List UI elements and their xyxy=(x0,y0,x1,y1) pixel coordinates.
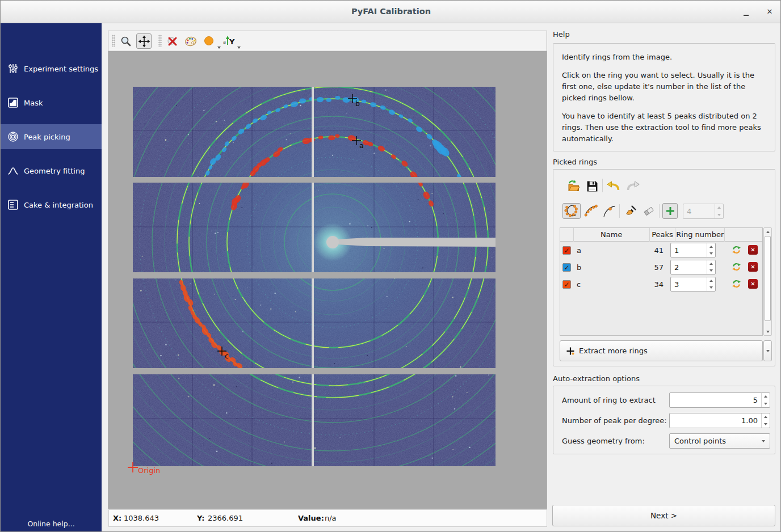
toolbar-drag-handle[interactable] xyxy=(158,35,162,47)
spin-up-button[interactable] xyxy=(707,260,715,267)
pan-tool-button[interactable] xyxy=(136,33,152,49)
header-peaks[interactable]: Peaks xyxy=(650,228,676,242)
marker-color-button[interactable] xyxy=(201,33,217,49)
scroll-up-icon[interactable] xyxy=(764,228,771,235)
point-select-icon xyxy=(602,204,616,218)
pick-point-tool-button[interactable] xyxy=(601,203,617,219)
help-box: Identify rings from the image. Click on … xyxy=(553,43,775,151)
scroll-down-icon[interactable] xyxy=(764,328,771,335)
header-name[interactable]: Name xyxy=(574,228,650,242)
spin-down-button[interactable] xyxy=(762,400,770,408)
svg-text:a: a xyxy=(223,40,226,45)
open-rings-button[interactable] xyxy=(566,178,582,194)
peak-per-degree-spinbox[interactable]: 1.00 xyxy=(669,413,770,428)
next-button[interactable]: Next > xyxy=(552,505,775,526)
sidebar-item-experiment-settings[interactable]: Experiment settings xyxy=(1,56,102,81)
svg-text:b: b xyxy=(355,99,360,108)
sidebar-item-label: Peak picking xyxy=(24,133,70,141)
svg-text:Y: Y xyxy=(229,37,235,46)
sidebar-item-peak-picking[interactable]: Peak picking xyxy=(1,124,102,149)
ring-color-checkbox[interactable] xyxy=(562,263,571,272)
table-scrollbar[interactable] xyxy=(763,227,772,336)
sidebar-item-label: Experiment settings xyxy=(24,65,98,73)
redo-button[interactable] xyxy=(625,178,641,194)
sidebar-item-cake-integration[interactable]: Cake & integration xyxy=(1,192,102,217)
plus-icon xyxy=(665,206,675,216)
guess-geometry-combobox[interactable]: Control points xyxy=(669,433,770,449)
spin-up-button[interactable] xyxy=(762,393,770,400)
spin-down-button[interactable] xyxy=(707,250,715,257)
ring-color-checkbox[interactable] xyxy=(562,246,571,255)
minimize-button[interactable] xyxy=(738,5,753,19)
refresh-ring-button[interactable] xyxy=(732,262,741,272)
undo-button[interactable] xyxy=(606,178,622,194)
add-ring-button[interactable] xyxy=(662,203,678,219)
spin-up-button[interactable] xyxy=(707,243,715,250)
spin-down-button[interactable] xyxy=(707,267,715,274)
ring-name: a xyxy=(571,246,644,255)
table-row[interactable]: a 41 1 xyxy=(560,242,762,259)
combo-value: Control points xyxy=(674,437,762,445)
ring-number-spinbox[interactable]: 2 xyxy=(670,260,716,275)
extract-more-rings-button[interactable]: Extract more rings xyxy=(560,340,763,361)
value-label: Value: xyxy=(298,514,324,522)
rings-icon xyxy=(7,131,19,142)
window-title: PyFAI Calibration xyxy=(1,7,781,16)
eraser-tool-button[interactable] xyxy=(641,203,657,219)
dropdown-caret-icon xyxy=(217,47,221,49)
header-color-col[interactable] xyxy=(560,228,574,242)
header-ring-number[interactable]: Ring number xyxy=(675,228,725,242)
sidebar-item-geometry-fitting[interactable]: Geometry fitting xyxy=(1,158,102,183)
header-actions[interactable] xyxy=(725,228,762,242)
scrollbar-thumb[interactable] xyxy=(765,236,771,321)
diffraction-image[interactable]: abcOrigin xyxy=(108,51,547,509)
pick-ring-tool-button[interactable] xyxy=(562,203,581,219)
help-paragraph: Click on the ring you want to select. Us… xyxy=(562,70,766,104)
spin-value: 3 xyxy=(671,277,707,291)
save-rings-button[interactable] xyxy=(584,178,600,194)
spin-value: 2 xyxy=(671,260,707,274)
zoom-tool-button[interactable] xyxy=(118,33,133,49)
palette-icon xyxy=(184,35,198,48)
pick-arc-tool-button[interactable] xyxy=(583,203,599,219)
spin-up-button[interactable] xyxy=(762,413,770,421)
extract-options-dropdown[interactable] xyxy=(763,340,772,361)
orange-circle-icon xyxy=(203,35,216,48)
spin-down-button[interactable] xyxy=(707,284,715,291)
ring-amount-spinbox[interactable]: 5 xyxy=(669,392,770,408)
table-row[interactable]: b 57 2 xyxy=(560,259,762,276)
redo-arrow-icon xyxy=(625,180,640,192)
ring-color-checkbox[interactable] xyxy=(562,280,571,289)
delete-ring-button[interactable] xyxy=(748,245,758,255)
table-row[interactable]: c 34 3 xyxy=(560,276,762,293)
refresh-ring-button[interactable] xyxy=(732,245,741,255)
new-ring-number-spinbox[interactable]: 4 xyxy=(683,204,724,219)
colormap-button[interactable] xyxy=(183,33,198,49)
svg-text:c: c xyxy=(225,352,229,360)
toolbar-drag-handle[interactable] xyxy=(112,35,115,47)
refresh-ring-button[interactable] xyxy=(732,279,741,289)
peak-per-degree-label: Number of peak per degree: xyxy=(562,416,667,425)
delete-ring-button[interactable] xyxy=(748,262,758,272)
spin-down-button[interactable] xyxy=(762,421,770,428)
ring-number-spinbox[interactable]: 3 xyxy=(670,277,716,292)
axis-orientation-button[interactable]: aY xyxy=(221,33,237,49)
ring-peaks: 57 xyxy=(644,263,670,272)
sidebar-item-mask[interactable]: Mask xyxy=(1,90,102,115)
sliders-icon xyxy=(7,63,19,74)
spin-up-button[interactable] xyxy=(715,204,723,212)
spin-down-button[interactable] xyxy=(715,212,723,219)
brush-tool-button[interactable] xyxy=(623,203,639,219)
help-paragraph: You have to identify at least 5 peaks di… xyxy=(562,111,766,145)
cake-icon xyxy=(7,199,19,210)
delete-ring-button[interactable] xyxy=(748,279,758,289)
spin-up-button[interactable] xyxy=(707,277,715,284)
open-folder-icon xyxy=(567,179,581,193)
ring-number-spinbox[interactable]: 1 xyxy=(670,243,716,257)
spin-value: 4 xyxy=(683,204,715,218)
extract-plus-icon xyxy=(566,347,575,356)
online-help-link[interactable]: Online help... xyxy=(1,520,102,528)
close-button[interactable]: ✕ xyxy=(762,5,777,19)
clear-selection-button[interactable] xyxy=(165,33,180,49)
dropdown-caret-icon xyxy=(762,440,765,442)
